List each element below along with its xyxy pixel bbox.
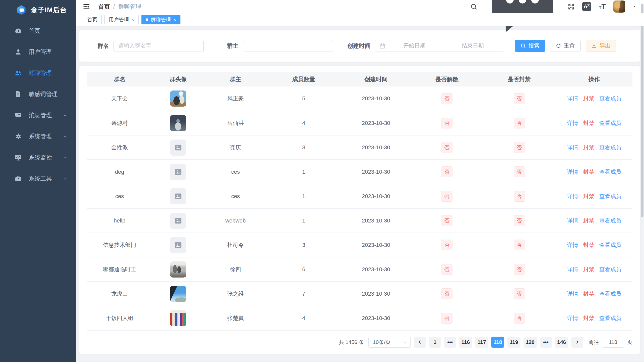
next-page-button[interactable] [571, 337, 583, 348]
detail-link[interactable]: 详情 [567, 193, 578, 199]
view-members-link[interactable]: 查看成员 [599, 217, 621, 224]
page-button-118[interactable]: 118 [491, 337, 504, 348]
toolbox-icon [15, 175, 22, 182]
sidebar-item-6[interactable]: 系统管理 [0, 126, 76, 147]
group-avatar [170, 90, 186, 107]
view-members-link[interactable]: 查看成员 [599, 291, 621, 297]
ban-link[interactable]: 封禁 [583, 120, 594, 126]
view-members-link[interactable]: 查看成员 [599, 120, 621, 126]
image-icon [174, 241, 183, 249]
sidebar-item-5[interactable]: 消息管理 [0, 105, 76, 126]
group-name-input[interactable] [113, 40, 204, 52]
table-row: 信息技术部门杜司令32023-10-30否否详情封禁查看成员 [87, 233, 632, 257]
ban-link[interactable]: 封禁 [583, 217, 594, 224]
fullscreen-icon[interactable] [568, 3, 575, 10]
ban-link[interactable]: 封禁 [583, 291, 594, 297]
view-members-link[interactable]: 查看成员 [599, 242, 621, 248]
page-size-select[interactable]: 10条/页 [368, 337, 411, 348]
group-avatar-cell [152, 111, 204, 135]
sidebar-item-2[interactable]: 用户管理 [0, 41, 76, 62]
ban-link[interactable]: 封禁 [583, 315, 594, 321]
close-icon[interactable]: × [131, 17, 134, 23]
page-button-1[interactable]: 1 [429, 337, 441, 348]
group-owner-cell: 徐四 [204, 257, 267, 282]
group-avatar-placeholder [170, 188, 186, 204]
ban-link[interactable]: 封禁 [583, 144, 594, 151]
view-members-link[interactable]: 查看成员 [599, 95, 621, 102]
table-row: degces12023-10-30否否详情封禁查看成员 [87, 160, 632, 184]
sidebar-menu: 首页用户管理群聊管理敏感词管理消息管理系统管理系统监控系统工具 [0, 20, 76, 362]
goto-label: 前往 [588, 339, 599, 346]
ban-link[interactable]: 封禁 [583, 266, 594, 273]
view-members-link[interactable]: 查看成员 [599, 315, 621, 321]
ban-link[interactable]: 封禁 [583, 169, 594, 175]
page-button-119[interactable]: 119 [507, 337, 520, 348]
sidebar-item-label: 消息管理 [29, 111, 62, 119]
ban-link[interactable]: 封禁 [583, 193, 594, 199]
detail-link[interactable]: 详情 [567, 169, 578, 175]
ban-link[interactable]: 封禁 [583, 95, 594, 102]
tab-1[interactable]: 首页 [83, 15, 102, 24]
table-row: 干饭四人组张楚岚42023-10-30否否详情封禁查看成员 [87, 306, 632, 330]
dissolved-badge: 否 [441, 240, 452, 250]
total-count: 共 1456 条 [339, 339, 364, 346]
detail-link[interactable]: 详情 [567, 217, 578, 224]
page-button-120[interactable]: 120 [523, 337, 537, 348]
dissolved-cell: 否 [411, 282, 482, 306]
group-avatar [170, 115, 186, 131]
detail-link[interactable]: 详情 [567, 242, 578, 248]
chat-bubble-icon [485, 40, 560, 44]
sidebar-item-1[interactable]: 首页 [0, 20, 76, 41]
detail-link[interactable]: 详情 [567, 315, 578, 321]
banned-cell: 否 [482, 184, 556, 208]
sidebar-item-3[interactable]: 群聊管理 [0, 62, 76, 83]
detail-link[interactable]: 详情 [567, 120, 578, 126]
group-owner-input[interactable] [243, 40, 333, 52]
goto-page-input[interactable] [602, 337, 624, 348]
group-avatar [170, 261, 186, 278]
detail-link[interactable]: 详情 [567, 266, 578, 273]
page-button-117[interactable]: 117 [475, 337, 488, 348]
caret-down-icon[interactable] [633, 5, 636, 8]
created-time-cell: 2023-10-30 [340, 233, 411, 257]
group-avatar-cell [152, 233, 204, 257]
view-members-link[interactable]: 查看成员 [599, 144, 621, 151]
tab-label: 用户管理 [109, 16, 129, 23]
actions-cell: 详情封禁查看成员 [556, 184, 632, 208]
translate-icon[interactable]: A文 [582, 2, 591, 11]
font-size-icon[interactable]: TT [599, 3, 606, 10]
detail-link[interactable]: 详情 [567, 95, 578, 102]
created-time-cell: 2023-10-30 [340, 160, 411, 184]
tab-2[interactable]: 用户管理× [104, 15, 139, 24]
breadcrumb-home[interactable]: 首页 [98, 3, 110, 11]
group-avatar-cell [152, 306, 204, 330]
user-avatar[interactable] [613, 1, 625, 13]
view-members-link[interactable]: 查看成员 [599, 193, 621, 199]
column-header: 创建时间 [340, 72, 411, 86]
more-pages-button[interactable]: ••• [540, 337, 552, 348]
detail-link[interactable]: 详情 [567, 144, 578, 151]
banned-cell: 否 [482, 233, 556, 257]
ban-link[interactable]: 封禁 [583, 242, 594, 248]
close-icon[interactable]: × [173, 17, 176, 23]
member-count-cell: 1 [267, 160, 340, 184]
page-button-116[interactable]: 116 [459, 337, 472, 348]
group-avatar-placeholder [170, 140, 186, 156]
monitor-icon [15, 154, 22, 161]
more-pages-button[interactable]: ••• [444, 337, 456, 348]
detail-link[interactable]: 详情 [567, 291, 578, 297]
member-count-cell: 5 [267, 86, 340, 111]
prev-page-button[interactable] [414, 337, 426, 348]
view-members-link[interactable]: 查看成员 [599, 266, 621, 273]
sidebar-item-7[interactable]: 系统监控 [0, 147, 76, 168]
scrollbar-thumb[interactable] [641, 4, 643, 217]
view-members-link[interactable]: 查看成员 [599, 169, 621, 175]
content: 群名 群主 创建时间 开始日期 - 结束日期 搜索 [76, 26, 644, 362]
page-button-146[interactable]: 146 [555, 337, 568, 348]
sidebar-collapse-icon[interactable] [83, 3, 90, 10]
group-avatar-cell [152, 160, 204, 184]
search-icon[interactable] [470, 3, 477, 10]
sidebar-item-4[interactable]: 敏感词管理 [0, 83, 76, 105]
sidebar-item-8[interactable]: 系统工具 [0, 168, 76, 189]
tab-3[interactable]: 群聊管理× [141, 15, 181, 24]
